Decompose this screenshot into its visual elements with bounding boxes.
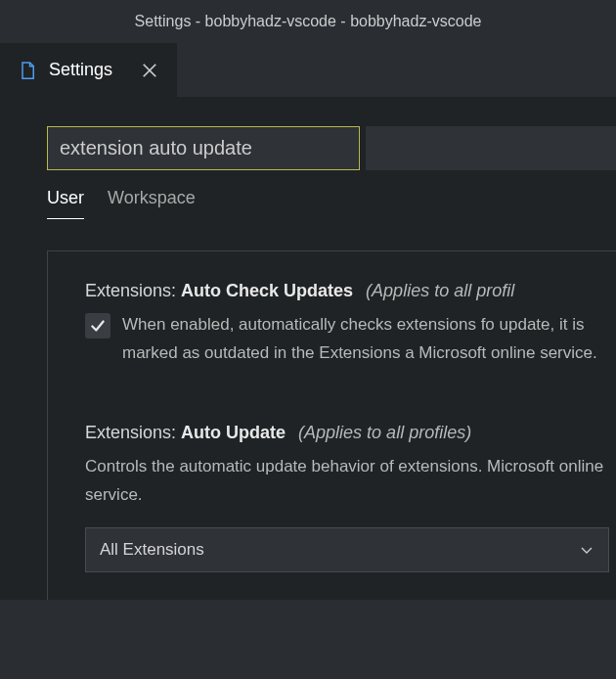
tab-label: Settings — [49, 60, 112, 80]
close-icon[interactable] — [140, 61, 159, 80]
setting-category: Extensions: — [85, 281, 181, 300]
window-title-bar: Settings - bobbyhadz-vscode - bobbyhadz-… — [0, 0, 616, 43]
window-title: Settings - bobbyhadz-vscode - bobbyhadz-… — [135, 13, 482, 30]
setting-title: Extensions: Auto Check Updates (Applies … — [85, 281, 616, 301]
search-row — [47, 126, 616, 170]
dropdown-auto-update[interactable]: All Extensions — [85, 527, 609, 572]
checkbox-auto-check-updates[interactable] — [85, 313, 110, 339]
setting-scope-label: (Applies to all profil — [366, 281, 514, 300]
setting-auto-update: Extensions: Auto Update (Applies to all … — [85, 423, 616, 572]
check-icon — [89, 317, 107, 335]
search-actions-area — [366, 126, 616, 170]
settings-search-input[interactable] — [47, 126, 360, 170]
setting-category: Extensions: — [85, 423, 181, 442]
setting-name: Auto Update — [181, 423, 286, 442]
setting-title: Extensions: Auto Update (Applies to all … — [85, 423, 616, 443]
dropdown-value: All Extensions — [100, 540, 204, 560]
scope-tab-user[interactable]: User — [47, 188, 84, 219]
setting-description: When enabled, automatically checks exten… — [122, 311, 616, 368]
chevron-down-icon — [579, 542, 594, 558]
scope-tabs: User Workspace — [47, 188, 616, 219]
setting-description: Controls the automatic update behavior o… — [85, 453, 616, 510]
tab-settings[interactable]: Settings — [0, 43, 177, 97]
settings-file-icon — [18, 61, 37, 80]
scope-tab-workspace[interactable]: Workspace — [108, 188, 196, 219]
editor-tabs: Settings — [0, 43, 616, 97]
setting-auto-check-updates: Extensions: Auto Check Updates (Applies … — [85, 281, 616, 368]
checkbox-row: When enabled, automatically checks exten… — [85, 311, 616, 368]
setting-scope-label: (Applies to all profiles) — [298, 423, 471, 442]
setting-name: Auto Check Updates — [181, 281, 353, 300]
settings-panel: Extensions: Auto Check Updates (Applies … — [47, 250, 616, 600]
settings-editor: User Workspace Extensions: Auto Check Up… — [0, 97, 616, 600]
